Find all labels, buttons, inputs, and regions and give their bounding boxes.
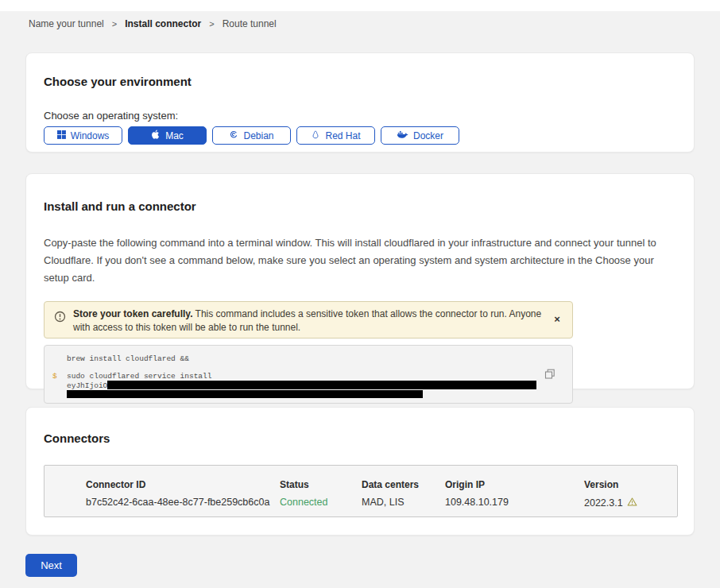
redacted-token-bar [67, 390, 423, 399]
install-connector-card: Install and run a connector Copy-paste t… [25, 173, 695, 389]
code-line: $sudo cloudflared service install [52, 372, 540, 381]
copy-icon[interactable] [544, 369, 556, 381]
column-header-connector-id: Connector ID [86, 479, 280, 490]
version-value: 2022.3.1 [584, 497, 623, 509]
close-icon[interactable]: × [550, 312, 564, 327]
warning-title: Store your token carefully. [73, 308, 193, 319]
connectors-card: Connectors Connector ID Status Data cent… [25, 407, 695, 536]
connectors-card-title: Connectors [44, 431, 676, 445]
os-button-label: Mac [165, 130, 184, 141]
warning-triangle-icon [627, 497, 637, 509]
breadcrumb-step-route-tunnel[interactable]: Route tunnel [223, 18, 277, 29]
version-cell: 2022.3.1 [584, 497, 669, 509]
os-button-label: Docker [413, 130, 443, 141]
column-header-data-centers: Data centers [362, 479, 445, 490]
docker-icon [397, 130, 408, 141]
code-text: brew install cloudflared && [67, 354, 189, 363]
alert-circle-icon [54, 311, 66, 327]
connectors-table: Connector ID Status Data centers Origin … [44, 465, 678, 517]
os-button-windows[interactable]: Windows [44, 126, 122, 145]
redhat-icon [311, 130, 320, 142]
connector-id-cell: b7c52c42-6caa-48ee-8c77-fbe259cb6c0a [86, 497, 280, 509]
token-warning-banner: Store your token carefully. This command… [44, 301, 573, 338]
code-line [52, 390, 540, 400]
os-button-mac[interactable]: Mac [128, 126, 207, 145]
choose-environment-card: Choose your environment Choose an operat… [25, 52, 695, 153]
os-button-label: Red Hat [325, 130, 360, 141]
install-command-code-block: brew install cloudflared && $sudo cloudf… [44, 345, 573, 404]
status-badge: Connected [280, 497, 362, 509]
os-button-label: Debian [243, 130, 273, 141]
code-line: brew install cloudflared && [52, 354, 540, 363]
code-text: sudo cloudflared service install [67, 372, 211, 381]
next-button[interactable]: Next [25, 554, 77, 577]
os-button-docker[interactable]: Docker [381, 126, 459, 145]
install-description: Copy-paste the following command into a … [44, 234, 676, 287]
top-band [0, 0, 720, 11]
breadcrumb-separator: > [112, 19, 117, 29]
breadcrumb-separator: > [209, 19, 214, 29]
column-header-origin-ip: Origin IP [445, 479, 584, 490]
origin-ip-cell: 109.48.10.179 [445, 497, 584, 509]
column-header-status: Status [280, 479, 362, 490]
token-prefix-text: eyJhIjoiO [67, 381, 107, 390]
breadcrumb-step-install-connector[interactable]: Install connector [125, 18, 201, 29]
os-button-debian[interactable]: Debian [212, 126, 291, 145]
code-line: eyJhIjoiO [52, 381, 540, 390]
apple-icon [151, 129, 161, 142]
redacted-token-bar [107, 381, 536, 389]
os-select-label: Choose an operating system: [44, 110, 676, 122]
debian-icon [229, 130, 238, 141]
windows-icon [57, 130, 66, 141]
data-centers-cell: MAD, LIS [362, 497, 445, 509]
code-line-blank [52, 363, 540, 372]
shell-prompt: $ [52, 372, 67, 381]
tunnel-setup-page: Name your tunnel > Install connector > R… [0, 0, 720, 588]
install-card-title: Install and run a connector [44, 199, 676, 213]
os-button-label: Windows [71, 130, 110, 141]
os-button-redhat[interactable]: Red Hat [296, 126, 375, 145]
environment-card-title: Choose your environment [44, 75, 676, 88]
breadcrumb-step-name-your-tunnel[interactable]: Name your tunnel [29, 18, 104, 29]
os-button-group: Windows Mac Debian Red Hat Docker [44, 126, 676, 145]
breadcrumb: Name your tunnel > Install connector > R… [29, 18, 277, 29]
column-header-version: Version [584, 479, 669, 490]
